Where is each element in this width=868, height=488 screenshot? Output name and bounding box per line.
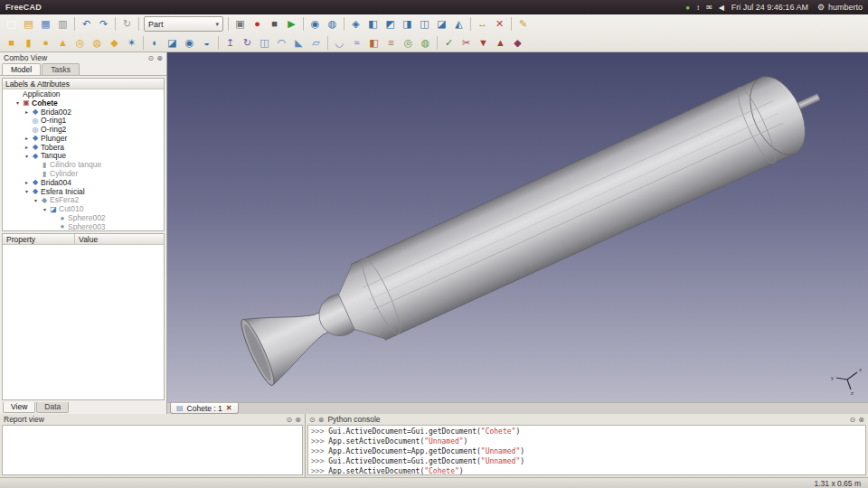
part-fillet-button[interactable]: ◠	[273, 34, 290, 52]
part-extrude-button[interactable]: ↥	[222, 34, 239, 52]
cross-sections-button[interactable]: ≡	[382, 34, 400, 52]
tree-item-cohete[interactable]: ▾▣Cohete	[3, 99, 164, 108]
tree-item-brida002[interactable]: ▸◆Brida002	[3, 108, 164, 117]
3d-viewport[interactable]: x y z	[167, 52, 868, 402]
view-bottom-button[interactable]: ◪	[433, 15, 450, 33]
macro-record-button[interactable]: ●	[249, 15, 266, 33]
file-new-button[interactable]: ▢	[3, 15, 20, 33]
float-panel-icon[interactable]: ⊙	[850, 416, 856, 424]
close-panel-icon[interactable]: ⊗	[318, 416, 325, 424]
tree-item-sphere002[interactable]: ●Sphere002	[3, 213, 164, 222]
file-open-button[interactable]: ▤	[20, 15, 37, 33]
ruled-surface-button[interactable]: ▱	[307, 34, 325, 52]
float-panel-icon[interactable]: ⊙	[287, 416, 293, 424]
draw-style-button[interactable]: ◍	[324, 15, 341, 33]
close-document-icon[interactable]: ✕	[226, 404, 232, 412]
part-cylinder-button[interactable]: ▮	[20, 34, 37, 52]
view-refresh-button[interactable]: ↻	[118, 15, 136, 33]
part-torus-button[interactable]: ◎	[71, 34, 89, 52]
chevron-down-icon[interactable]: ▾	[14, 99, 22, 106]
indicator-mail-icon[interactable]: ✉	[706, 4, 712, 12]
rocket-tank-body[interactable]	[351, 76, 798, 340]
tree-item-application[interactable]: Application	[3, 89, 164, 99]
chevron-down-icon[interactable]: ▾	[32, 197, 40, 203]
chevron-right-icon[interactable]: ▸	[23, 108, 31, 115]
part-revolve-button[interactable]: ↻	[239, 34, 256, 52]
macro-execute-button[interactable]: ▶	[283, 15, 300, 33]
chevron-right-icon[interactable]: ▸	[23, 144, 31, 150]
rocket-model[interactable]: x y z	[167, 52, 868, 402]
boolean-union-button[interactable]: ◉	[181, 34, 198, 52]
check-geometry-button[interactable]: ✓	[440, 34, 458, 52]
document-tab-cohete[interactable]: ▤ Cohete : 1 ✕	[170, 403, 239, 414]
view-isometric-button[interactable]: ◈	[347, 15, 364, 33]
tab-view[interactable]: View	[3, 402, 35, 413]
clock-menu[interactable]: Fri Jul 24 9:46:16 AM	[731, 3, 808, 12]
float-panel-icon[interactable]: ⊙	[148, 54, 155, 62]
chevron-down-icon[interactable]: ▾	[23, 153, 31, 159]
chevron-right-icon[interactable]: ▸	[23, 135, 31, 141]
export-shape-button[interactable]: ▲	[492, 34, 509, 52]
view-rear-button[interactable]: ◫	[416, 15, 433, 33]
indicator-volume-icon[interactable]: ◀	[719, 4, 724, 12]
part-tube-button[interactable]: ◍	[89, 34, 106, 52]
close-panel-icon[interactable]: ⊗	[295, 416, 301, 424]
tree-item-plunger[interactable]: ▸◆Plunger	[3, 134, 164, 143]
part-offset-button[interactable]: ◎	[400, 34, 417, 52]
part-sweep-button[interactable]: ≈	[348, 34, 365, 52]
view-right-button[interactable]: ◨	[399, 15, 416, 33]
float-panel-icon[interactable]: ⊙	[309, 416, 316, 424]
tree-item-o-ring1[interactable]: ◎O-ring1	[3, 116, 164, 125]
boolean-cut-button[interactable]: ◪	[164, 34, 181, 52]
edit-undo-button[interactable]: ↶	[78, 15, 95, 33]
part-primitives-button[interactable]: ◆	[106, 34, 123, 52]
tree-item-cylinder[interactable]: ▮Cylinder	[3, 169, 164, 178]
measure-clear-button[interactable]: ✕	[491, 15, 508, 33]
macro-dialog-button[interactable]: ▣	[231, 15, 249, 33]
file-print-button[interactable]: ▥	[54, 15, 71, 33]
edit-redo-button[interactable]: ↷	[95, 15, 112, 33]
tree-item-sphere003[interactable]: ●Sphere003	[3, 222, 164, 231]
tree-item-o-ring2[interactable]: ◎O-ring2	[3, 125, 164, 134]
chevron-right-icon[interactable]: ▸	[23, 179, 31, 185]
tree-item-tanque[interactable]: ▾◆Tanque	[3, 152, 164, 161]
close-panel-icon[interactable]: ⊗	[858, 416, 864, 424]
tree-item-esfera-inicial[interactable]: ▾◆Esfera Inicial	[3, 187, 164, 196]
boolean-operation-button[interactable]: ◐	[146, 34, 164, 52]
indicator-status-icon[interactable]: ●	[685, 4, 690, 12]
view-left-button[interactable]: ◭	[450, 15, 467, 33]
view-front-button[interactable]: ◧	[364, 15, 382, 33]
part-thickness-button[interactable]: ◍	[417, 34, 434, 52]
tab-model[interactable]: Model	[2, 63, 41, 75]
defeaturing-button[interactable]: ✂	[458, 34, 475, 52]
part-cone-button[interactable]: ▲	[54, 34, 71, 52]
indicator-network-icon[interactable]: ↕	[696, 4, 700, 12]
close-panel-icon[interactable]: ⊗	[156, 54, 163, 62]
measure-distance-button[interactable]: ↔	[474, 15, 491, 33]
boolean-common-button[interactable]: ◒	[198, 34, 215, 52]
view-top-button[interactable]: ◩	[382, 15, 399, 33]
refine-shape-button[interactable]: ◆	[509, 34, 526, 52]
macro-stop-button[interactable]: ■	[266, 15, 283, 33]
part-chamfer-button[interactable]: ◣	[290, 34, 307, 52]
tree-item-brida004[interactable]: ▸◆Brida004	[3, 178, 164, 187]
tree-item-tobera[interactable]: ▸◆Tobera	[3, 143, 164, 152]
navigation-cross-icon[interactable]: x y z	[831, 367, 862, 396]
part-box-button[interactable]: ■	[3, 34, 20, 52]
tab-data[interactable]: Data	[36, 402, 69, 413]
part-mirror-button[interactable]: ◫	[256, 34, 273, 52]
workbench-selector[interactable]: Part▾	[144, 16, 223, 32]
report-view-content[interactable]	[2, 425, 303, 475]
file-save-button[interactable]: ▦	[37, 15, 54, 33]
tree-item-cilindro-tanque[interactable]: ▮Cilindro tanque	[3, 160, 164, 169]
chevron-down-icon[interactable]: ▾	[23, 188, 31, 194]
part-loft-button[interactable]: ◡	[331, 34, 348, 52]
part-sphere-button[interactable]: ●	[37, 34, 54, 52]
python-console-content[interactable]: >>> Gui.ActiveDocument=Gui.getDocument("…	[307, 425, 866, 475]
edit-pencil-button[interactable]: ✎	[514, 15, 532, 33]
tree-item-esfera2[interactable]: ▾◆EsFera2	[3, 196, 164, 205]
view-fit-all-button[interactable]: ◉	[307, 15, 324, 33]
chevron-down-icon[interactable]: ▾	[41, 206, 49, 212]
shape-builder-button[interactable]: ✶	[123, 34, 140, 52]
tree-item-cut010[interactable]: ▾◪Cut010	[3, 204, 164, 213]
